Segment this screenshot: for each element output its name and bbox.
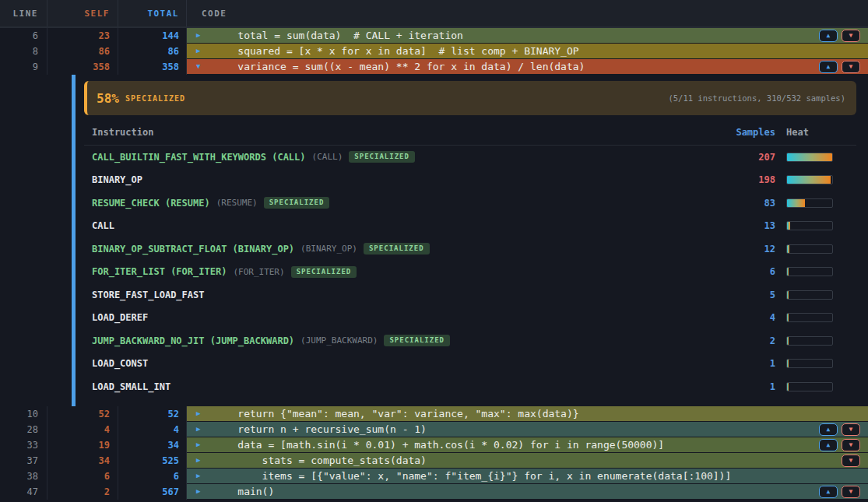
jump-buttons: ▲ ▼ — [819, 486, 860, 498]
jump-down-button[interactable]: ▼ — [842, 486, 860, 498]
code-text: variance = sum((x - mean) ** 2 for x in … — [213, 61, 585, 72]
expander-icon[interactable]: ▶ — [187, 441, 213, 448]
base-instruction-name: (CALL) — [312, 152, 343, 162]
column-header-line[interactable]: LINE — [0, 0, 47, 26]
code-text: main() — [213, 486, 274, 497]
jump-up-button[interactable]: ▲ — [819, 30, 838, 42]
instruction-samples: 1 — [713, 381, 775, 392]
expander-icon[interactable]: ▶ — [187, 488, 213, 495]
total-samples: 86 — [118, 44, 187, 59]
expander-icon[interactable]: ▶ — [187, 472, 213, 479]
expander-icon[interactable]: ▶ — [187, 457, 213, 464]
instruction-table: Instruction Samples Heat CALL_BUILTIN_FA… — [84, 123, 856, 398]
instruction-table-header: Instruction Samples Heat — [84, 123, 856, 142]
line-number: 6 — [0, 28, 47, 44]
jump-down-button[interactable]: ▼ — [842, 423, 860, 436]
jump-up-button[interactable]: ▲ — [819, 439, 838, 451]
heat-bar — [786, 153, 833, 162]
expander-icon[interactable]: ▶ — [187, 410, 213, 417]
code-cell[interactable]: ▶ stats = compute_stats(data) ▲ ▼ — [187, 453, 868, 469]
jump-down-button[interactable]: ▼ — [842, 61, 860, 73]
column-header-heat: Heat — [786, 127, 833, 138]
code-row: 38 6 6 ▶ items = [{"value": x, "name": f… — [0, 469, 868, 484]
line-number: 9 — [0, 59, 47, 75]
code-row: 28 4 4 ▶ return n + recursive_sum(n - 1)… — [0, 422, 868, 437]
instruction-name: BINARY_OP_SUBTRACT_FLOAT (BINARY_OP) — [92, 244, 294, 255]
instruction-samples: 83 — [713, 198, 775, 209]
instruction-row: FOR_ITER_LIST (FOR_ITER) (FOR_ITER) SPEC… — [84, 261, 856, 284]
total-samples: 6 — [118, 469, 187, 484]
profiler-app: LINE SELF TOTAL CODE 6 23 144 ▶ total = … — [0, 0, 868, 502]
instruction-row: LOAD_DEREF SPECIALIZED 4 — [84, 307, 856, 330]
column-header-samples[interactable]: Samples — [713, 127, 775, 138]
instruction-samples: 12 — [713, 244, 775, 255]
instruction-samples: 2 — [713, 335, 775, 346]
code-cell[interactable]: ▶ data = [math.sin(i * 0.01) + math.cos(… — [187, 437, 868, 453]
expander-icon[interactable]: ▼ — [187, 63, 213, 70]
instruction-row: LOAD_SMALL_INT SPECIALIZED 1 — [84, 375, 856, 398]
code-cell[interactable]: ▶ return {"mean": mean, "var": variance,… — [187, 406, 868, 422]
self-samples: 52 — [47, 406, 118, 422]
specialization-summary: (5/11 instructions, 310/532 samples) — [668, 93, 845, 103]
column-header-self[interactable]: SELF — [47, 0, 118, 26]
instruction-name: FOR_ITER_LIST (FOR_ITER) — [92, 266, 227, 277]
code-cell[interactable]: ▼ variance = sum((x - mean) ** 2 for x i… — [187, 59, 868, 75]
column-header-code: CODE — [187, 0, 868, 26]
code-text: return {"mean": mean, "var": variance, "… — [213, 409, 579, 419]
specialized-percent: 58% — [97, 91, 119, 106]
code-row: 37 34 525 ▶ stats = compute_stats(data) … — [0, 453, 868, 469]
heat-bar — [786, 175, 833, 184]
specialized-badge: SPECIALIZED — [264, 197, 330, 209]
instruction-name: STORE_FAST_LOAD_FAST — [92, 290, 205, 300]
code-cell[interactable]: ▶ items = [{"value": x, "name": f"item_{… — [187, 469, 868, 484]
instruction-name: BINARY_OP — [92, 174, 142, 185]
instruction-name-cell: CALL SPECIALIZED — [84, 220, 713, 231]
expander-icon[interactable]: ▶ — [187, 426, 213, 433]
instruction-name: LOAD_SMALL_INT — [92, 381, 170, 392]
code-cell[interactable]: ▶ squared = [x * x for x in data] # list… — [187, 44, 868, 59]
heat-bar-fill — [787, 360, 789, 367]
instruction-name-cell: RESUME_CHECK (RESUME) (RESUME) SPECIALIZ… — [84, 197, 713, 209]
self-samples: 86 — [47, 44, 118, 59]
self-samples: 23 — [47, 28, 118, 44]
specialized-badge: SPECIALIZED — [349, 151, 415, 163]
line-number: 10 — [0, 406, 47, 422]
specialized-percent-label: SPECIALIZED — [125, 94, 185, 103]
instruction-name: RESUME_CHECK (RESUME) — [92, 198, 210, 209]
instruction-row: BINARY_OP SPECIALIZED 198 — [84, 169, 856, 192]
jump-down-button[interactable]: ▼ — [842, 30, 860, 42]
total-samples: 52 — [118, 406, 187, 422]
code-text: data = [math.sin(i * 0.01) + math.cos(i … — [213, 440, 664, 450]
code-text: squared = [x * x for x in data] # list c… — [213, 46, 579, 56]
code-cell[interactable]: ▶ return n + recursive_sum(n - 1) ▲ ▼ — [187, 422, 868, 437]
jump-down-button[interactable]: ▼ — [842, 455, 860, 467]
self-samples: 358 — [47, 59, 118, 75]
code-cell[interactable]: ▶ main() ▲ ▼ — [187, 484, 868, 500]
jump-down-button[interactable]: ▼ — [842, 439, 860, 451]
instruction-name-cell: LOAD_SMALL_INT SPECIALIZED — [84, 381, 713, 392]
jump-up-button[interactable]: ▲ — [819, 486, 838, 498]
jump-up-button[interactable]: ▲ — [819, 423, 838, 436]
instruction-row: RESUME_CHECK (RESUME) (RESUME) SPECIALIZ… — [84, 191, 856, 215]
jump-up-button[interactable]: ▲ — [819, 61, 838, 73]
instruction-row: LOAD_CONST SPECIALIZED 1 — [84, 353, 856, 376]
instruction-name-cell: BINARY_OP_SUBTRACT_FLOAT (BINARY_OP) (BI… — [84, 243, 713, 255]
instruction-name-cell: STORE_FAST_LOAD_FAST SPECIALIZED — [84, 290, 713, 300]
code-row: 8 86 86 ▶ squared = [x * x for x in data… — [0, 44, 868, 59]
instruction-name: JUMP_BACKWARD_NO_JIT (JUMP_BACKWARD) — [92, 335, 294, 346]
column-header-total[interactable]: TOTAL — [118, 0, 187, 26]
line-number: 28 — [0, 422, 47, 437]
code-text: items = [{"value": x, "name": f"item_{i}… — [213, 471, 731, 481]
instruction-name-cell: BINARY_OP SPECIALIZED — [84, 174, 713, 185]
instruction-samples: 6 — [713, 266, 775, 277]
expander-icon[interactable]: ▶ — [187, 32, 213, 39]
code-cell[interactable]: ▶ total = sum(data) # CALL + iteration ▲… — [187, 28, 868, 44]
heat-bar-fill — [787, 245, 789, 253]
code-row: 47 2 567 ▶ main() ▲ ▼ — [0, 484, 868, 500]
heat-bar-fill — [787, 176, 831, 184]
instruction-name-cell: LOAD_CONST SPECIALIZED — [84, 358, 713, 369]
heat-bar — [786, 313, 833, 322]
expander-icon[interactable]: ▶ — [187, 47, 213, 54]
heat-bar — [786, 244, 833, 254]
instruction-samples: 5 — [713, 290, 775, 300]
